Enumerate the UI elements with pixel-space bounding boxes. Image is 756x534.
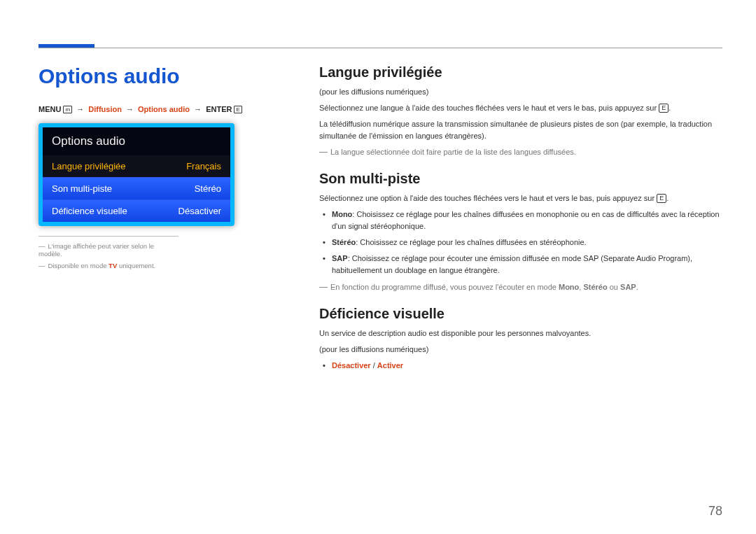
bullet-sap: SAP: Choisissez ce réglage pour écouter …: [332, 253, 722, 276]
breadcrumb: MENU m → Diffusion → Options audio → ENT…: [38, 105, 294, 113]
deficience-p2: (pour les diffusions numériques): [319, 344, 722, 356]
osd-row-value: Stéréo: [195, 183, 221, 194]
osd-row-label: Déficience visuelle: [52, 206, 127, 216]
son-note: En fonction du programme diffusé, vous p…: [319, 281, 722, 293]
arrow-icon: →: [126, 105, 134, 113]
deficience-p1: Un service de description audio est disp…: [319, 328, 722, 339]
breadcrumb-options-audio: Options audio: [138, 105, 190, 113]
enter-icon: E: [657, 194, 666, 203]
heading-deficience: Déficience visuelle: [319, 306, 722, 322]
osd-title: Options audio: [43, 127, 230, 155]
left-footnotes: ―L'image affichée peut varier selon le m…: [38, 236, 178, 269]
bullet-desactiver-activer: Désactiver / Activer: [332, 360, 722, 372]
osd-row-value: Français: [186, 161, 221, 171]
langue-p3: La télédiffusion numérique assure la tra…: [319, 118, 722, 142]
menu-icon: m: [63, 106, 72, 113]
osd-row-deficience[interactable]: Déficience visuelle Désactiver: [43, 199, 230, 222]
horizontal-rule: [38, 48, 722, 48]
breadcrumb-menu: MENU: [38, 105, 61, 113]
footnote-tv-a: Disponible en mode: [48, 262, 109, 269]
langue-note: La langue sélectionnée doit faire partie…: [319, 146, 722, 158]
arrow-icon: →: [76, 105, 84, 113]
footnote-image-varies: L'image affichée peut varier selon le mo…: [38, 242, 154, 258]
osd-row-value: Désactiver: [178, 206, 221, 216]
breadcrumb-diffusion: Diffusion: [88, 105, 122, 113]
enter-icon: E: [234, 106, 241, 113]
arrow-icon: →: [194, 105, 202, 113]
osd-row-label: Son multi-piste: [52, 183, 112, 194]
heading-langue: Langue privilégiée: [319, 64, 722, 80]
osd-row-langue[interactable]: Langue privilégiée Français: [43, 155, 230, 177]
langue-sub: (pour les diffusions numériques): [319, 86, 722, 98]
footnote-tv-b: TV: [108, 262, 117, 269]
osd-row-label: Langue privilégiée: [52, 161, 126, 171]
bullet-mono: Mono: Choisissez ce réglage pour les cha…: [332, 209, 722, 232]
deficience-bullets: Désactiver / Activer: [319, 360, 722, 372]
osd-row-son[interactable]: Son multi-piste Stéréo: [43, 177, 230, 199]
heading-son: Son multi-piste: [319, 171, 722, 187]
page-title: Options audio: [38, 64, 294, 88]
breadcrumb-enter: ENTER: [206, 105, 232, 113]
langue-p2: Sélectionnez une langue à l'aide des tou…: [319, 102, 722, 114]
enter-icon: E: [659, 104, 668, 113]
son-p1: Sélectionnez une option à l'aide des tou…: [319, 192, 722, 204]
footnote-tv-c: uniquement.: [117, 262, 155, 269]
page-number: 78: [708, 504, 722, 519]
left-column: Options audio MENU m → Diffusion → Optio…: [38, 64, 294, 376]
bullet-stereo: Stéréo: Choisissez ce réglage pour les c…: [332, 237, 722, 248]
son-bullets: Mono: Choisissez ce réglage pour les cha…: [319, 209, 722, 276]
osd-panel: Options audio Langue privilégiée Françai…: [38, 123, 234, 226]
right-column: Langue privilégiée (pour les diffusions …: [319, 64, 722, 376]
